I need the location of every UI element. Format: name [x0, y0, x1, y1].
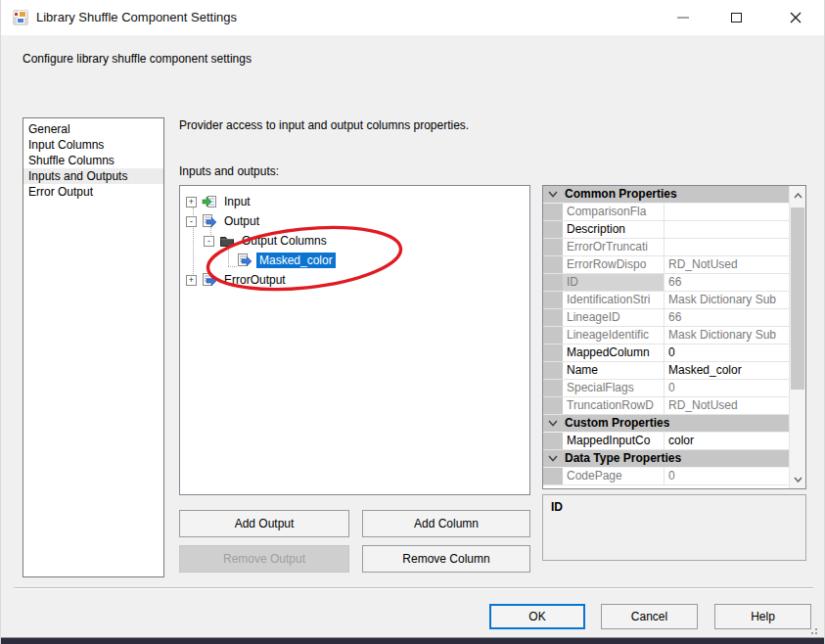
property-value-cell[interactable]: [665, 221, 789, 238]
property-value-cell[interactable]: 0: [665, 380, 789, 396]
sidebar-item[interactable]: General: [23, 121, 163, 137]
property-row[interactable]: LineageID 66: [543, 309, 789, 327]
scroll-up-icon[interactable]: [790, 187, 805, 204]
cancel-button[interactable]: Cancel: [601, 604, 698, 629]
property-value-cell[interactable]: 66: [665, 309, 789, 326]
tree-expander-toggle[interactable]: -: [204, 236, 214, 247]
maximize-icon: [731, 13, 742, 23]
property-name-cell[interactable]: LineageID: [563, 309, 665, 326]
property-row[interactable]: ID 66: [543, 274, 789, 292]
tree-expander-toggle[interactable]: +: [186, 275, 197, 286]
property-gutter: [543, 415, 563, 432]
sidebar-item[interactable]: Inputs and Outputs: [23, 168, 163, 184]
property-value-cell[interactable]: Mask Dictionary Sub: [665, 292, 789, 308]
tree-item[interactable]: +: [180, 270, 529, 290]
property-name-cell[interactable]: ErrorOrTruncati: [563, 239, 665, 255]
scrollbar-thumb[interactable]: [791, 207, 804, 390]
scroll-down-icon[interactable]: [790, 471, 805, 487]
property-row[interactable]: MappedColumn 0: [543, 345, 789, 362]
collapse-chevron-icon[interactable]: [548, 191, 558, 198]
property-name-cell[interactable]: MappedInputCo: [563, 433, 665, 449]
property-description-box: ID: [542, 494, 806, 561]
property-gutter: [543, 309, 563, 326]
property-category-label: Data Type Properties: [563, 450, 681, 467]
provider-description-label: Provider access to input and output colu…: [179, 118, 469, 132]
property-row[interactable]: ComparisonFla: [543, 204, 789, 221]
property-gutter: [543, 204, 563, 220]
close-button[interactable]: [774, 0, 817, 35]
property-value-cell[interactable]: [665, 239, 789, 255]
property-row[interactable]: Description: [543, 221, 789, 239]
sidebar-item[interactable]: Error Output: [23, 184, 163, 200]
property-name-cell[interactable]: ID: [563, 274, 665, 291]
property-value-cell[interactable]: [665, 204, 789, 220]
tree-item[interactable]: Masked_color: [180, 251, 529, 270]
property-value-cell[interactable]: RD_NotUsed: [665, 256, 789, 273]
resize-grip[interactable]: [809, 626, 817, 634]
ok-button[interactable]: OK: [489, 604, 585, 629]
property-row[interactable]: LineageIdentific Mask Dictionary Sub: [543, 327, 789, 345]
property-value-cell[interactable]: Mask Dictionary Sub: [665, 327, 789, 344]
inputs-outputs-tree: +: [179, 185, 530, 495]
property-row[interactable]: IdentificationStri Mask Dictionary Sub: [543, 292, 789, 309]
remove-column-button[interactable]: Remove Column: [362, 545, 530, 573]
tree-item[interactable]: +: [180, 192, 529, 211]
dialog-subtitle: Configure library shuffle component sett…: [23, 52, 252, 66]
footer-separator: [14, 587, 813, 589]
property-row[interactable]: TruncationRowD RD_NotUsed: [543, 397, 789, 415]
tree-item-label[interactable]: Output: [221, 213, 262, 229]
property-name-cell[interactable]: MappedColumn: [563, 345, 665, 361]
property-value-cell[interactable]: Masked_color: [665, 362, 789, 379]
tree-item[interactable]: -: [180, 231, 529, 251]
property-name-cell[interactable]: ErrorRowDispo: [563, 256, 665, 273]
property-gutter: [543, 256, 563, 273]
tree-expander-toggle[interactable]: +: [186, 197, 197, 207]
property-name-cell[interactable]: Name: [563, 362, 665, 379]
tree-item-label[interactable]: Input: [221, 194, 253, 209]
property-value-cell[interactable]: color: [665, 433, 789, 449]
inputs-outputs-label: Inputs and outputs:: [179, 164, 279, 178]
add-column-button[interactable]: Add Column: [362, 510, 530, 537]
property-row[interactable]: CodePage 0: [543, 468, 789, 485]
property-row[interactable]: ErrorOrTruncati: [543, 239, 789, 256]
maximize-button[interactable]: [714, 0, 757, 35]
help-button[interactable]: Help: [714, 604, 811, 629]
remove-output-button[interactable]: Remove Output: [179, 545, 349, 573]
property-name-cell[interactable]: CodePage: [563, 468, 665, 484]
title-bar: Library Shuffle Component Settings: [1, 0, 824, 35]
tree-item-label[interactable]: Output Columns: [239, 233, 330, 249]
property-row[interactable]: ErrorRowDispo RD_NotUsed: [543, 256, 789, 274]
property-value-cell[interactable]: 0: [665, 468, 789, 484]
collapse-chevron-icon[interactable]: [548, 420, 558, 427]
property-row[interactable]: Common Properties: [543, 186, 789, 204]
property-name-cell[interactable]: TruncationRowD: [563, 397, 665, 414]
property-gutter: [543, 450, 563, 467]
tree-expander-toggle[interactable]: -: [186, 216, 197, 227]
collapse-chevron-icon[interactable]: [548, 455, 558, 462]
property-name-cell[interactable]: IdentificationStri: [563, 292, 665, 308]
property-value-cell[interactable]: 0: [665, 345, 789, 361]
property-value-cell[interactable]: RD_NotUsed: [665, 397, 789, 414]
app-window-icon: [13, 10, 28, 25]
sidebar-item[interactable]: Shuffle Columns: [23, 153, 163, 168]
add-output-button[interactable]: Add Output: [179, 510, 349, 537]
property-name-cell[interactable]: ComparisonFla: [563, 204, 665, 220]
property-row[interactable]: Custom Properties: [543, 415, 789, 433]
property-value-cell[interactable]: 66: [665, 274, 789, 291]
tree-item[interactable]: -: [180, 211, 529, 231]
tree-item-label[interactable]: ErrorOutput: [221, 272, 289, 288]
property-row[interactable]: Name Masked_color: [543, 362, 789, 380]
input-icon: [202, 194, 217, 209]
property-name-cell[interactable]: Description: [563, 221, 665, 238]
column-icon: [237, 253, 252, 268]
property-row[interactable]: SpecialFlags 0: [543, 380, 789, 397]
property-name-cell[interactable]: LineageIdentific: [563, 327, 665, 344]
sidebar-item[interactable]: Input Columns: [23, 137, 163, 153]
minimize-button[interactable]: [662, 0, 705, 35]
property-name-cell[interactable]: SpecialFlags: [563, 380, 665, 396]
property-row[interactable]: MappedInputCo color: [543, 433, 789, 450]
tree-item-label[interactable]: Masked_color: [256, 253, 336, 268]
property-grid-scrollbar[interactable]: [789, 186, 805, 488]
output-icon: [202, 272, 217, 288]
property-row[interactable]: Data Type Properties: [543, 450, 789, 468]
